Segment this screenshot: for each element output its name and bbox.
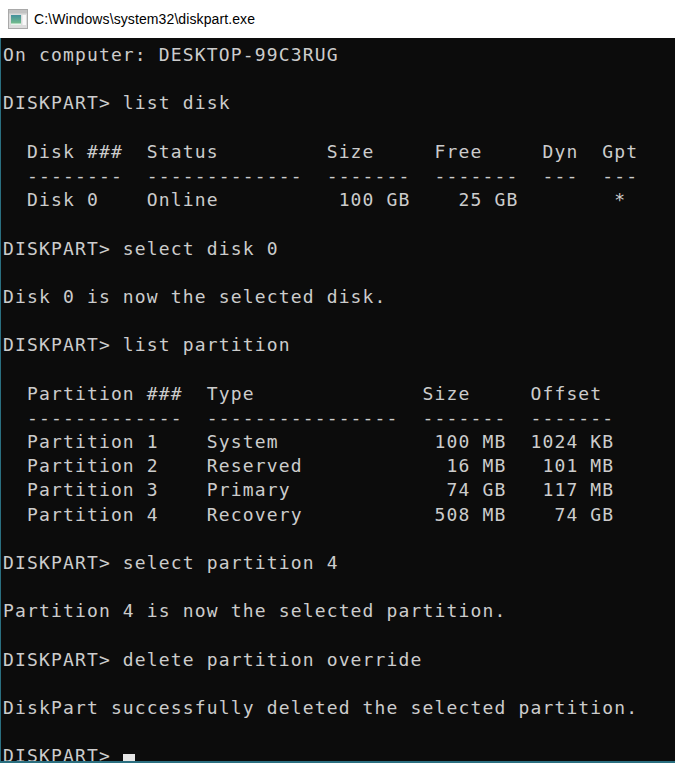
terminal-line: DISKPART> delete partition override [3, 648, 675, 672]
terminal-line: ------------- ---------------- ------- -… [3, 406, 675, 430]
terminal-line [3, 720, 675, 744]
terminal-line: Disk ### Status Size Free Dyn Gpt [3, 140, 675, 164]
terminal-line [3, 309, 675, 333]
console-app-icon[interactable] [8, 9, 28, 29]
terminal-line: Partition ### Type Size Offset [3, 382, 675, 406]
terminal-line [3, 116, 675, 140]
terminal-line [3, 575, 675, 599]
console-window: C:\Windows\system32\diskpart.exe On comp… [0, 0, 675, 763]
terminal-prompt-line: DISKPART> [3, 744, 675, 763]
terminal-line [3, 527, 675, 551]
terminal-line [3, 624, 675, 648]
terminal-line: -------- ------------- ------- ------- -… [3, 164, 675, 188]
terminal-line: Partition 4 is now the selected partitio… [3, 599, 675, 623]
terminal-line: DISKPART> list partition [3, 333, 675, 357]
terminal-line: Disk 0 is now the selected disk. [3, 285, 675, 309]
terminal-line: Partition 4 Recovery 508 MB 74 GB [3, 503, 675, 527]
terminal-line: Partition 2 Reserved 16 MB 101 MB [3, 454, 675, 478]
terminal-line [3, 212, 675, 236]
terminal-line: DISKPART> select partition 4 [3, 551, 675, 575]
terminal-line [3, 67, 675, 91]
window-title: C:\Windows\system32\diskpart.exe [34, 11, 255, 27]
terminal-line: DISKPART> list disk [3, 91, 675, 115]
terminal-line: Partition 3 Primary 74 GB 117 MB [3, 478, 675, 502]
terminal-line [3, 672, 675, 696]
window-titlebar[interactable]: C:\Windows\system32\diskpart.exe [0, 0, 675, 38]
terminal-line [3, 261, 675, 285]
terminal-line: Disk 0 Online 100 GB 25 GB * [3, 188, 675, 212]
terminal-line: DISKPART> select disk 0 [3, 237, 675, 261]
terminal-line: On computer: DESKTOP-99C3RUG [3, 43, 675, 67]
terminal-output: On computer: DESKTOP-99C3RUGDISKPART> li… [3, 43, 675, 744]
prompt-text: DISKPART> [3, 745, 123, 763]
terminal-line: DiskPart successfully deleted the select… [3, 696, 675, 720]
terminal-line [3, 357, 675, 381]
terminal-line: Partition 1 System 100 MB 1024 KB [3, 430, 675, 454]
terminal[interactable]: On computer: DESKTOP-99C3RUGDISKPART> li… [0, 38, 675, 763]
terminal-cursor [123, 754, 135, 763]
